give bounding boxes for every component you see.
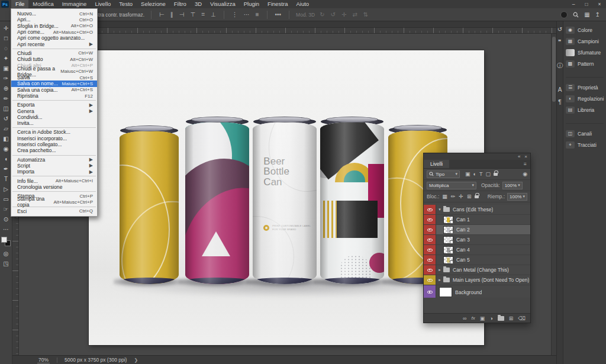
layer-row-can-3[interactable]: Can 3 — [424, 235, 530, 245]
menu-visualizza[interactable]: Visualizza — [206, 0, 240, 8]
layer-thumbnail[interactable] — [439, 287, 452, 297]
menu-item-salva-con-nome[interactable]: Salva con nome...Maiusc+Ctrl+S — [11, 80, 97, 86]
group-collapsed-caret[interactable]: ▸ — [436, 268, 443, 272]
visibility-toggle[interactable] — [424, 285, 436, 298]
layer-thumbnail[interactable] — [443, 236, 453, 244]
restore-button[interactable]: □ — [580, 0, 593, 8]
visibility-toggle[interactable] — [424, 205, 436, 214]
group-expanded-caret[interactable]: ▾ — [436, 207, 443, 212]
visibility-toggle[interactable] — [424, 245, 436, 255]
pen-tool[interactable]: ✒ — [1, 164, 12, 174]
move-tool[interactable]: ✛ — [1, 23, 12, 33]
filter-type-icon[interactable]: T — [479, 171, 483, 177]
share-icon[interactable]: ↥ — [595, 11, 600, 18]
layer-row-can-1[interactable]: Can 1 — [424, 215, 530, 225]
distribute-widths-icon[interactable]: ≡ — [254, 11, 260, 18]
zoom-tool[interactable]: ⊙ — [1, 214, 12, 224]
filter-adjustment-icon[interactable]: ◐ — [473, 171, 476, 177]
lasso-tool[interactable]: ◌ — [1, 43, 12, 53]
menu-item-info-file[interactable]: Info file...Alt+Maiusc+Ctrl+I — [11, 178, 97, 183]
lock-transparent-icon[interactable]: ▦ — [442, 194, 447, 199]
filter-shape-icon[interactable]: ▢ — [485, 171, 491, 177]
menu-item-apri-come[interactable]: Apri come...Alt+Maiusc+Ctrl+O — [11, 29, 97, 35]
menu-item-apri[interactable]: Apri...Ctrl+O — [11, 17, 97, 22]
menu-plugin[interactable]: Plugin — [240, 0, 263, 8]
crop-tool[interactable]: ▣ — [1, 63, 12, 73]
menu-item-nuovo[interactable]: Nuovo...Ctrl+N — [11, 11, 97, 17]
menu-modifica[interactable]: Modifica — [28, 0, 57, 8]
dodge-tool[interactable]: ◖ — [1, 154, 12, 164]
menu-item-inserisci-incorporato[interactable]: Inserisci incorporato... — [11, 136, 97, 141]
close-button[interactable]: × — [593, 0, 606, 8]
opacity-value[interactable]: 100% ▾ — [502, 182, 523, 189]
menu-immagine[interactable]: Immagine — [58, 0, 91, 8]
blur-tool[interactable]: ◉ — [1, 144, 12, 154]
shape-tool[interactable]: ▭ — [1, 194, 12, 204]
scrollbar-thumb[interactable] — [552, 37, 556, 102]
fill-value[interactable]: 100% ▾ — [507, 193, 527, 201]
menu-testo[interactable]: Testo — [115, 0, 137, 8]
layer-thumbnail[interactable] — [443, 216, 453, 224]
align-top-icon[interactable]: ⊤ — [189, 11, 196, 18]
eraser-tool[interactable]: ▱ — [1, 124, 12, 134]
layer-row-can-2[interactable]: Can 2 — [424, 225, 530, 235]
menu-item-chiudi-tutto[interactable]: Chiudi tuttoAlt+Ctrl+W — [11, 56, 97, 62]
layer-row-can-4[interactable]: Can 4 — [424, 245, 530, 255]
search-icon[interactable] — [573, 12, 579, 18]
panel-button-proprieta[interactable]: ☰Proprietà — [566, 83, 604, 92]
align-bottom-icon[interactable]: ⊥ — [209, 11, 217, 18]
layer-row-can-metal-group[interactable]: ▸ Can Metal (Change This) — [424, 265, 530, 275]
paragraph-panel-icon[interactable]: ¶ — [558, 99, 561, 105]
menu-selezione[interactable]: Selezione — [137, 0, 170, 8]
visibility-toggle[interactable] — [424, 275, 436, 285]
menu-item-inserisci-collegato[interactable]: Inserisci collegato... — [11, 141, 97, 147]
layer-row-can-5[interactable]: Can 5 — [424, 255, 530, 265]
visibility-toggle[interactable] — [424, 215, 436, 224]
menu-item-salva-una-copia[interactable]: Salva una copia...Alt+Ctrl+S — [11, 87, 97, 93]
distribute-h-icon[interactable]: ⋯ — [243, 11, 251, 18]
marquee-tool[interactable]: □ — [1, 33, 12, 43]
menu-filtro[interactable]: Filtro — [170, 0, 191, 8]
link-layers-icon[interactable]: ∞ — [463, 315, 466, 321]
menu-item-invita[interactable]: Invita... — [11, 120, 97, 126]
blend-mode-select[interactable]: Moltiplica ▾ — [427, 182, 476, 189]
panel-button-sfumature[interactable]: Sfumature — [566, 48, 604, 57]
menu-item-crea-pacchetto[interactable]: Crea pacchetto... — [11, 147, 97, 153]
layer-row-cans-group[interactable]: ▾ Cans (Edit These) — [424, 205, 530, 215]
layer-style-icon[interactable]: fx — [472, 315, 475, 321]
color-swatches[interactable] — [1, 237, 11, 246]
path-select-tool[interactable]: ▷ — [1, 184, 12, 194]
collapse-panel-icon[interactable]: « — [518, 154, 520, 159]
menu-file[interactable]: File — [11, 0, 28, 8]
menu-livello[interactable]: Livello — [91, 0, 115, 8]
menu-item-esporta[interactable]: Esporta▶ — [11, 102, 97, 108]
screen-mode-button[interactable]: ◳ — [1, 259, 12, 269]
close-panel-icon[interactable]: × — [524, 154, 527, 159]
menu-aiuto[interactable]: Aiuto — [292, 0, 313, 8]
lock-pixels-icon[interactable]: ✏ — [451, 194, 456, 199]
delete-layer-icon[interactable]: ⌫ — [518, 315, 526, 321]
layer-thumbnail[interactable] — [443, 226, 453, 234]
history-icon[interactable]: ↺ — [557, 26, 562, 33]
layer-row-background[interactable]: Background — [424, 285, 530, 298]
filter-pin-icon[interactable]: ◉ — [523, 171, 527, 177]
visibility-toggle[interactable] — [424, 225, 436, 234]
healing-brush-tool[interactable]: ⊕ — [1, 83, 12, 94]
foreground-color-swatch[interactable] — [1, 237, 7, 243]
filter-smart-object-icon[interactable] — [494, 173, 498, 176]
account-avatar[interactable] — [560, 11, 568, 18]
menu-item-automatizza[interactable]: Automatizza▶ — [11, 157, 97, 163]
panel-button-campioni[interactable]: ▦Campioni — [566, 37, 604, 46]
layer-row-main-layers-group[interactable]: ▸ Main Layers (Dont Need To Open) — [424, 275, 530, 285]
new-group-icon[interactable] — [498, 316, 504, 321]
menu-item-apri-recente[interactable]: Apri recente▶ — [11, 41, 97, 47]
magic-wand-tool[interactable]: ✦ — [1, 53, 12, 63]
new-layer-icon[interactable]: ⊞ — [509, 315, 514, 321]
filter-type-select[interactable]: Tipo ▾ — [427, 170, 460, 178]
workspace-switcher-icon[interactable]: ▦ — [584, 11, 589, 18]
hand-tool[interactable]: ☞ — [1, 204, 12, 214]
more-align-options-icon[interactable]: ••• — [274, 11, 283, 18]
menu-item-importa[interactable]: Importa▶ — [11, 169, 97, 175]
align-right-icon[interactable]: ⊣ — [178, 11, 186, 18]
comments-icon[interactable]: ❞ — [558, 38, 561, 45]
